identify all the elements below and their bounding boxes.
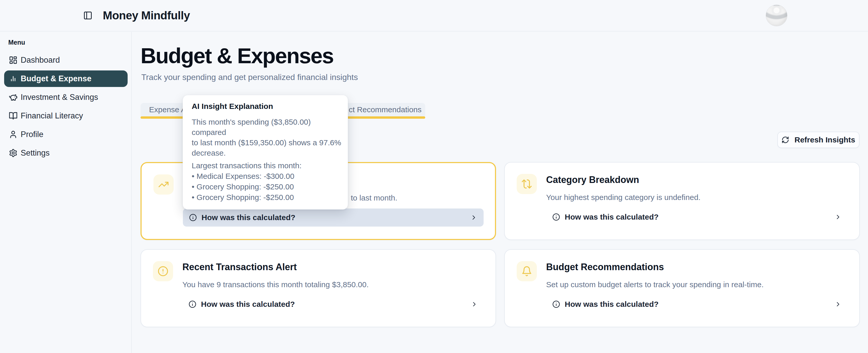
page-subtitle: Track your spending and get personalized… <box>141 72 358 82</box>
how-calculated-button-budget[interactable]: How was this calculated? <box>546 295 848 313</box>
dashboard-icon <box>9 56 18 65</box>
card-budget-recommendations: Budget Recommendations Set up custom bud… <box>504 249 860 327</box>
sidebar-item-label: Investment & Savings <box>21 93 98 102</box>
sidebar-item-profile[interactable]: Profile <box>4 126 128 143</box>
sidebar-item-investment-savings[interactable]: Investment & Savings <box>4 89 128 106</box>
ai-insight-popover: AI Insight Explanation This month's spen… <box>183 95 348 210</box>
sidebar-item-settings[interactable]: Settings <box>4 145 128 161</box>
user-icon <box>9 130 18 139</box>
how-calculated-label: How was this calculated? <box>565 213 658 221</box>
info-icon <box>189 214 197 221</box>
card-subtitle: Set up custom budget alerts to track you… <box>546 280 764 289</box>
app-header: Money Mindfully <box>0 0 868 32</box>
card-title: Recent Transactions Alert <box>182 262 297 273</box>
how-calculated-label: How was this calculated? <box>201 300 295 309</box>
info-icon <box>552 213 560 221</box>
info-icon <box>552 301 560 308</box>
card-subtitle: You have 9 transactions this month total… <box>182 280 369 289</box>
card-subtitle: Your highest spending category is undefi… <box>546 193 701 202</box>
sidebar-section-label: Menu <box>8 39 25 46</box>
repeat-icon <box>517 174 537 194</box>
chevron-right-icon <box>834 213 842 221</box>
card-subtitle-fragment: to last month. <box>351 193 397 202</box>
sidebar-item-label: Financial Literacy <box>21 111 83 120</box>
how-calculated-button-spending[interactable]: How was this calculated? <box>183 209 484 226</box>
how-calculated-button-transactions[interactable]: How was this calculated? <box>182 295 484 313</box>
how-calculated-button-category[interactable]: How was this calculated? <box>546 208 848 226</box>
tab-expense-analysis[interactable]: Expense A <box>149 103 186 116</box>
popover-transactions-list: Largest transactions this month: • Medic… <box>192 160 342 203</box>
chevron-right-icon <box>470 214 477 221</box>
sidebar-item-label: Dashboard <box>21 56 60 65</box>
sidebar-item-dashboard[interactable]: Dashboard <box>4 52 128 68</box>
app-title: Money Mindfully <box>103 9 190 22</box>
card-title: Category Breakdown <box>546 174 639 185</box>
piggy-bank-icon <box>9 93 18 102</box>
info-icon <box>189 301 196 308</box>
panel-left-icon <box>83 11 92 20</box>
popover-list-header: Largest transactions this month: <box>192 160 342 171</box>
refresh-insights-button[interactable]: Refresh Insights <box>777 132 860 148</box>
popover-list-item: • Grocery Shopping: -$250.00 <box>192 192 342 203</box>
bell-icon <box>517 261 537 281</box>
sidebar-item-budget-expense[interactable]: Budget & Expense <box>4 70 128 87</box>
page-title: Budget & Expenses <box>141 43 333 68</box>
trending-up-icon <box>153 174 174 195</box>
alert-circle-icon <box>153 261 173 281</box>
card-recent-transactions: Recent Transactions Alert You have 9 tra… <box>141 249 496 327</box>
popover-list-item: • Grocery Shopping: -$250.00 <box>192 181 342 192</box>
chevron-right-icon <box>471 301 478 308</box>
book-open-icon <box>9 111 18 120</box>
refresh-insights-label: Refresh Insights <box>795 136 855 144</box>
card-title: Budget Recommendations <box>546 262 664 273</box>
avatar[interactable] <box>766 5 787 26</box>
sidebar-toggle-button[interactable] <box>83 11 92 20</box>
sidebar-nav: Dashboard Budget & Expense Investment & … <box>4 52 128 163</box>
popover-list-item: • Medical Expenses: -$300.00 <box>192 171 342 181</box>
how-calculated-label: How was this calculated? <box>202 213 295 222</box>
chevron-right-icon <box>834 301 842 308</box>
sidebar-item-label: Profile <box>21 130 43 139</box>
tab-recommendations[interactable]: ct Recommendations <box>349 103 422 116</box>
sidebar-item-label: Settings <box>21 148 50 158</box>
refresh-icon <box>781 136 789 144</box>
card-category-breakdown: Category Breakdown Your highest spending… <box>504 162 860 240</box>
how-calculated-label: How was this calculated? <box>565 300 658 309</box>
sidebar-item-label: Budget & Expense <box>21 74 91 83</box>
sidebar: Menu Dashboard Budget & Expense Investme… <box>0 32 132 353</box>
popover-title: AI Insight Explanation <box>192 102 273 111</box>
popover-body: This month's spending ($3,850.00) compar… <box>192 117 342 158</box>
bar-chart-icon <box>9 74 18 83</box>
sidebar-item-financial-literacy[interactable]: Financial Literacy <box>4 108 128 124</box>
gear-icon <box>9 149 18 157</box>
